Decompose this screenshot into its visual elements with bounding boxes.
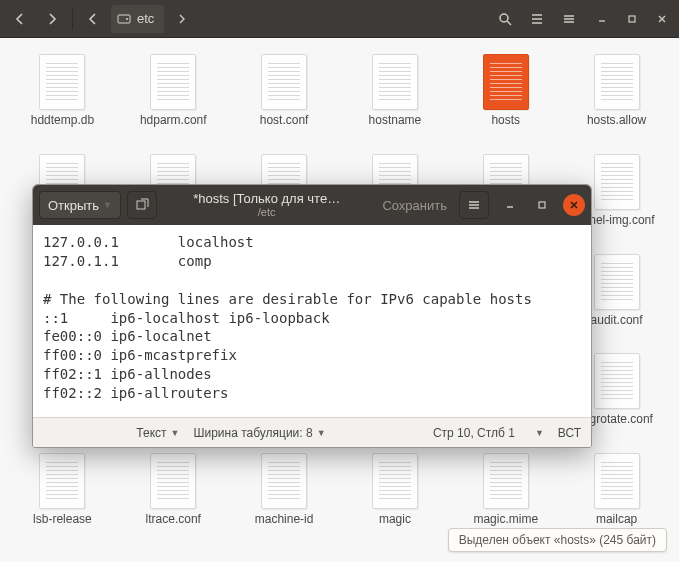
file-label: magic.mime: [473, 513, 538, 527]
file-label: ltrace.conf: [146, 513, 201, 527]
breadcrumb-label: etc: [137, 11, 154, 26]
file-item[interactable]: mailcap: [564, 449, 669, 531]
file-item[interactable]: ltrace.conf: [121, 449, 226, 531]
forward-button[interactable]: [38, 5, 66, 33]
document-icon: [150, 453, 196, 509]
file-item[interactable]: lsb-release: [10, 449, 115, 531]
document-icon: [261, 453, 307, 509]
file-label: audit.conf: [591, 314, 643, 328]
file-item[interactable]: hosts.allow: [564, 50, 669, 132]
chevron-down-icon: ▼: [535, 428, 544, 438]
syntax-mode-label: Текст: [136, 426, 166, 440]
breadcrumb-current[interactable]: etc: [111, 5, 164, 33]
document-icon: [594, 353, 640, 409]
hamburger-menu-button[interactable]: [555, 5, 583, 33]
tab-width-dropdown[interactable]: Ширина табуляции: 8 ▼: [193, 426, 325, 440]
view-list-button[interactable]: [523, 5, 551, 33]
status-text: Выделен объект «hosts» (245 байт): [459, 533, 656, 547]
editor-close-button[interactable]: [563, 194, 585, 216]
file-item[interactable]: hdparm.conf: [121, 50, 226, 132]
open-label: Открыть: [48, 198, 99, 213]
file-label: magic: [379, 513, 411, 527]
title-sub: /etc: [258, 206, 276, 218]
file-label: hosts: [491, 114, 520, 128]
tab-width-label: Ширина табуляции: 8: [193, 426, 312, 440]
editor-header: Открыть ▼ *hosts [Только для чте… /etc С…: [33, 185, 591, 225]
text-editor-window: Открыть ▼ *hosts [Только для чте… /etc С…: [32, 184, 592, 448]
document-icon: [594, 154, 640, 210]
file-item[interactable]: hostname: [343, 50, 448, 132]
svg-point-1: [126, 18, 128, 20]
svg-point-2: [500, 14, 508, 22]
cursor-position-label: Стр 10, Стлб 1: [433, 426, 515, 440]
editor-minimize-button[interactable]: [499, 194, 521, 216]
file-label: hdparm.conf: [140, 114, 207, 128]
separator: [72, 8, 73, 30]
document-icon: [372, 54, 418, 110]
file-item[interactable]: host.conf: [232, 50, 337, 132]
svg-rect-3: [629, 16, 635, 22]
chevron-down-icon: ▼: [103, 200, 112, 210]
document-icon: [483, 54, 529, 110]
file-label: hosts.allow: [587, 114, 646, 128]
file-label: lsb-release: [33, 513, 92, 527]
status-bar: Выделен объект «hosts» (245 байт): [448, 528, 667, 552]
breadcrumb-next[interactable]: [168, 5, 196, 33]
file-label: hddtemp.db: [31, 114, 94, 128]
document-icon: [372, 453, 418, 509]
syntax-mode-dropdown[interactable]: Текст ▼: [136, 426, 179, 440]
window-close-button[interactable]: [651, 8, 673, 30]
file-item[interactable]: machine-id: [232, 449, 337, 531]
file-item[interactable]: hddtemp.db: [10, 50, 115, 132]
file-label: host.conf: [260, 114, 309, 128]
chevron-down-icon: ▼: [317, 428, 326, 438]
search-button[interactable]: [491, 5, 519, 33]
editor-maximize-button[interactable]: [531, 194, 553, 216]
cursor-position-dropdown[interactable]: Стр 10, Стлб 1 ▼: [433, 426, 544, 440]
insert-mode-indicator[interactable]: ВСТ: [558, 426, 581, 440]
editor-title: *hosts [Только для чте… /etc: [163, 192, 370, 218]
path-up-button[interactable]: [79, 5, 107, 33]
file-item[interactable]: magic: [343, 449, 448, 531]
editor-status-bar: Текст ▼ Ширина табуляции: 8 ▼ Стр 10, Ст…: [33, 417, 591, 447]
save-label: Сохранить: [382, 198, 447, 213]
editor-text-area[interactable]: 127.0.0.1 localhost 127.0.1.1 comp # The…: [33, 225, 591, 417]
document-icon: [261, 54, 307, 110]
back-button[interactable]: [6, 5, 34, 33]
new-tab-button[interactable]: [127, 191, 157, 219]
file-item[interactable]: hosts: [453, 50, 558, 132]
document-icon: [594, 254, 640, 310]
window-minimize-button[interactable]: [591, 8, 613, 30]
save-button[interactable]: Сохранить: [376, 198, 453, 213]
file-label: hostname: [369, 114, 422, 128]
file-label: machine-id: [255, 513, 314, 527]
document-icon: [150, 54, 196, 110]
drive-icon: [117, 12, 131, 26]
file-item[interactable]: magic.mime: [453, 449, 558, 531]
editor-menu-button[interactable]: [459, 191, 489, 219]
document-icon: [594, 54, 640, 110]
open-button[interactable]: Открыть ▼: [39, 191, 121, 219]
svg-rect-4: [137, 201, 145, 209]
document-icon: [483, 453, 529, 509]
file-label: mailcap: [596, 513, 637, 527]
window-maximize-button[interactable]: [621, 8, 643, 30]
document-icon: [39, 453, 85, 509]
chevron-down-icon: ▼: [171, 428, 180, 438]
title-main: *hosts [Только для чте…: [193, 192, 340, 206]
fm-toolbar: etc: [0, 0, 679, 38]
svg-rect-0: [118, 15, 130, 23]
svg-rect-5: [539, 202, 545, 208]
document-icon: [39, 54, 85, 110]
document-icon: [594, 453, 640, 509]
